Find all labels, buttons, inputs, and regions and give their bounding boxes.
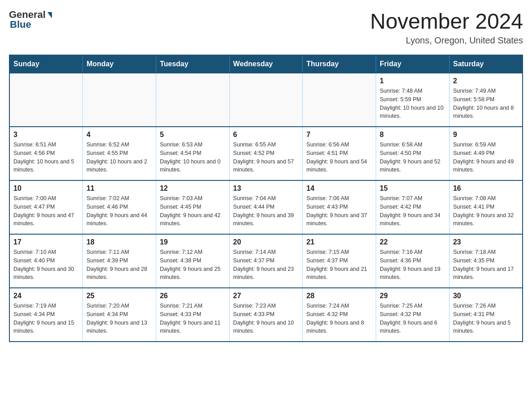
day-info: Sunrise: 7:20 AM Sunset: 4:34 PM Dayligh… bbox=[86, 302, 152, 335]
calendar-day-cell: 1Sunrise: 7:48 AM Sunset: 5:59 PM Daylig… bbox=[376, 73, 450, 127]
day-info: Sunrise: 6:58 AM Sunset: 4:50 PM Dayligh… bbox=[380, 141, 446, 174]
day-info: Sunrise: 7:08 AM Sunset: 4:41 PM Dayligh… bbox=[453, 194, 519, 228]
day-info: Sunrise: 7:07 AM Sunset: 4:42 PM Dayligh… bbox=[380, 194, 446, 228]
day-number: 28 bbox=[306, 292, 372, 300]
logo: General Blue bbox=[9, 9, 52, 30]
calendar-day-cell: 10Sunrise: 7:00 AM Sunset: 4:47 PM Dayli… bbox=[9, 180, 83, 234]
day-info: Sunrise: 7:16 AM Sunset: 4:36 PM Dayligh… bbox=[380, 248, 446, 282]
day-of-week-header: Thursday bbox=[303, 55, 376, 73]
day-number: 24 bbox=[13, 292, 79, 300]
day-info: Sunrise: 7:26 AM Sunset: 4:31 PM Dayligh… bbox=[453, 302, 519, 335]
day-number: 4 bbox=[86, 131, 152, 139]
day-number: 3 bbox=[13, 131, 79, 139]
calendar-week-row: 3Sunrise: 6:51 AM Sunset: 4:56 PM Daylig… bbox=[9, 127, 523, 180]
day-info: Sunrise: 7:19 AM Sunset: 4:34 PM Dayligh… bbox=[13, 302, 79, 335]
day-number: 26 bbox=[160, 292, 226, 300]
calendar-day-cell: 2Sunrise: 7:49 AM Sunset: 5:58 PM Daylig… bbox=[449, 73, 523, 127]
calendar-day-cell bbox=[229, 73, 303, 127]
calendar-day-cell: 25Sunrise: 7:20 AM Sunset: 4:34 PM Dayli… bbox=[83, 288, 156, 342]
calendar-day-cell: 16Sunrise: 7:08 AM Sunset: 4:41 PM Dayli… bbox=[449, 180, 523, 234]
calendar-week-row: 10Sunrise: 7:00 AM Sunset: 4:47 PM Dayli… bbox=[9, 180, 523, 234]
day-info: Sunrise: 7:25 AM Sunset: 4:32 PM Dayligh… bbox=[380, 302, 446, 335]
day-number: 21 bbox=[306, 238, 372, 246]
calendar-day-cell: 24Sunrise: 7:19 AM Sunset: 4:34 PM Dayli… bbox=[9, 288, 83, 342]
day-number: 22 bbox=[380, 238, 446, 246]
day-info: Sunrise: 7:03 AM Sunset: 4:45 PM Dayligh… bbox=[160, 194, 226, 228]
calendar-day-cell: 13Sunrise: 7:04 AM Sunset: 4:44 PM Dayli… bbox=[229, 180, 303, 234]
calendar-header-row: SundayMondayTuesdayWednesdayThursdayFrid… bbox=[9, 55, 523, 73]
day-number: 6 bbox=[233, 131, 299, 139]
day-info: Sunrise: 7:06 AM Sunset: 4:43 PM Dayligh… bbox=[306, 194, 372, 228]
day-info: Sunrise: 7:15 AM Sunset: 4:37 PM Dayligh… bbox=[306, 248, 372, 282]
day-number: 13 bbox=[233, 184, 299, 193]
day-number: 20 bbox=[233, 238, 299, 246]
day-info: Sunrise: 7:10 AM Sunset: 4:40 PM Dayligh… bbox=[13, 248, 79, 282]
day-info: Sunrise: 6:55 AM Sunset: 4:52 PM Dayligh… bbox=[233, 141, 299, 174]
day-number: 19 bbox=[160, 238, 226, 246]
calendar-day-cell: 19Sunrise: 7:12 AM Sunset: 4:38 PM Dayli… bbox=[156, 234, 229, 288]
calendar-day-cell: 18Sunrise: 7:11 AM Sunset: 4:39 PM Dayli… bbox=[83, 234, 156, 288]
calendar-day-cell: 9Sunrise: 6:59 AM Sunset: 4:49 PM Daylig… bbox=[449, 127, 523, 180]
day-number: 2 bbox=[453, 77, 519, 85]
day-number: 12 bbox=[160, 184, 226, 193]
day-info: Sunrise: 7:04 AM Sunset: 4:44 PM Dayligh… bbox=[233, 194, 299, 228]
day-number: 29 bbox=[380, 292, 446, 300]
day-of-week-header: Sunday bbox=[9, 55, 83, 73]
calendar-day-cell: 15Sunrise: 7:07 AM Sunset: 4:42 PM Dayli… bbox=[376, 180, 450, 234]
page-header: General Blue November 2024 Lyons, Oregon… bbox=[9, 9, 523, 46]
location-subtitle: Lyons, Oregon, United States bbox=[370, 35, 523, 46]
calendar-week-row: 1Sunrise: 7:48 AM Sunset: 5:59 PM Daylig… bbox=[9, 73, 523, 127]
day-info: Sunrise: 7:02 AM Sunset: 4:46 PM Dayligh… bbox=[86, 194, 152, 228]
calendar-week-row: 24Sunrise: 7:19 AM Sunset: 4:34 PM Dayli… bbox=[9, 288, 523, 342]
day-number: 11 bbox=[86, 184, 152, 193]
day-number: 17 bbox=[13, 238, 79, 246]
calendar-day-cell: 12Sunrise: 7:03 AM Sunset: 4:45 PM Dayli… bbox=[156, 180, 229, 234]
day-number: 25 bbox=[86, 292, 152, 300]
day-info: Sunrise: 7:49 AM Sunset: 5:58 PM Dayligh… bbox=[453, 87, 519, 120]
calendar-day-cell: 21Sunrise: 7:15 AM Sunset: 4:37 PM Dayli… bbox=[303, 234, 376, 288]
day-number: 27 bbox=[233, 292, 299, 300]
day-number: 8 bbox=[380, 131, 446, 139]
calendar-week-row: 17Sunrise: 7:10 AM Sunset: 4:40 PM Dayli… bbox=[9, 234, 523, 288]
day-info: Sunrise: 6:56 AM Sunset: 4:51 PM Dayligh… bbox=[306, 141, 372, 174]
day-number: 9 bbox=[453, 131, 519, 139]
day-info: Sunrise: 7:00 AM Sunset: 4:47 PM Dayligh… bbox=[13, 194, 79, 228]
calendar-day-cell: 4Sunrise: 6:52 AM Sunset: 4:55 PM Daylig… bbox=[83, 127, 156, 180]
calendar-day-cell: 29Sunrise: 7:25 AM Sunset: 4:32 PM Dayli… bbox=[376, 288, 450, 342]
day-info: Sunrise: 7:21 AM Sunset: 4:33 PM Dayligh… bbox=[160, 302, 226, 335]
day-info: Sunrise: 7:23 AM Sunset: 4:33 PM Dayligh… bbox=[233, 302, 299, 335]
calendar-day-cell: 8Sunrise: 6:58 AM Sunset: 4:50 PM Daylig… bbox=[376, 127, 450, 180]
calendar-day-cell: 7Sunrise: 6:56 AM Sunset: 4:51 PM Daylig… bbox=[303, 127, 376, 180]
calendar-day-cell: 27Sunrise: 7:23 AM Sunset: 4:33 PM Dayli… bbox=[229, 288, 303, 342]
day-number: 30 bbox=[453, 292, 519, 300]
day-of-week-header: Friday bbox=[376, 55, 450, 73]
day-info: Sunrise: 7:12 AM Sunset: 4:38 PM Dayligh… bbox=[160, 248, 226, 282]
title-section: November 2024 Lyons, Oregon, United Stat… bbox=[370, 9, 523, 46]
day-number: 15 bbox=[380, 184, 446, 193]
logo-triangle-icon bbox=[47, 12, 52, 18]
day-info: Sunrise: 7:14 AM Sunset: 4:37 PM Dayligh… bbox=[233, 248, 299, 282]
day-of-week-header: Wednesday bbox=[229, 55, 303, 73]
day-info: Sunrise: 6:59 AM Sunset: 4:49 PM Dayligh… bbox=[453, 141, 519, 174]
calendar-day-cell: 17Sunrise: 7:10 AM Sunset: 4:40 PM Dayli… bbox=[9, 234, 83, 288]
month-year-title: November 2024 bbox=[370, 9, 523, 34]
day-info: Sunrise: 7:24 AM Sunset: 4:32 PM Dayligh… bbox=[306, 302, 372, 335]
day-number: 16 bbox=[453, 184, 519, 193]
day-number: 10 bbox=[13, 184, 79, 193]
calendar-day-cell: 22Sunrise: 7:16 AM Sunset: 4:36 PM Dayli… bbox=[376, 234, 450, 288]
calendar-day-cell: 28Sunrise: 7:24 AM Sunset: 4:32 PM Dayli… bbox=[303, 288, 376, 342]
day-number: 1 bbox=[380, 77, 446, 85]
calendar-table: SundayMondayTuesdayWednesdayThursdayFrid… bbox=[9, 55, 523, 342]
day-number: 18 bbox=[86, 238, 152, 246]
day-info: Sunrise: 6:52 AM Sunset: 4:55 PM Dayligh… bbox=[86, 141, 152, 174]
day-info: Sunrise: 6:51 AM Sunset: 4:56 PM Dayligh… bbox=[13, 141, 79, 174]
day-number: 5 bbox=[160, 131, 226, 139]
calendar-day-cell bbox=[83, 73, 156, 127]
calendar-day-cell: 3Sunrise: 6:51 AM Sunset: 4:56 PM Daylig… bbox=[9, 127, 83, 180]
day-info: Sunrise: 6:53 AM Sunset: 4:54 PM Dayligh… bbox=[160, 141, 226, 174]
calendar-day-cell: 20Sunrise: 7:14 AM Sunset: 4:37 PM Dayli… bbox=[229, 234, 303, 288]
calendar-day-cell: 23Sunrise: 7:18 AM Sunset: 4:35 PM Dayli… bbox=[449, 234, 523, 288]
day-number: 7 bbox=[306, 131, 372, 139]
day-number: 14 bbox=[306, 184, 372, 193]
calendar-day-cell: 6Sunrise: 6:55 AM Sunset: 4:52 PM Daylig… bbox=[229, 127, 303, 180]
